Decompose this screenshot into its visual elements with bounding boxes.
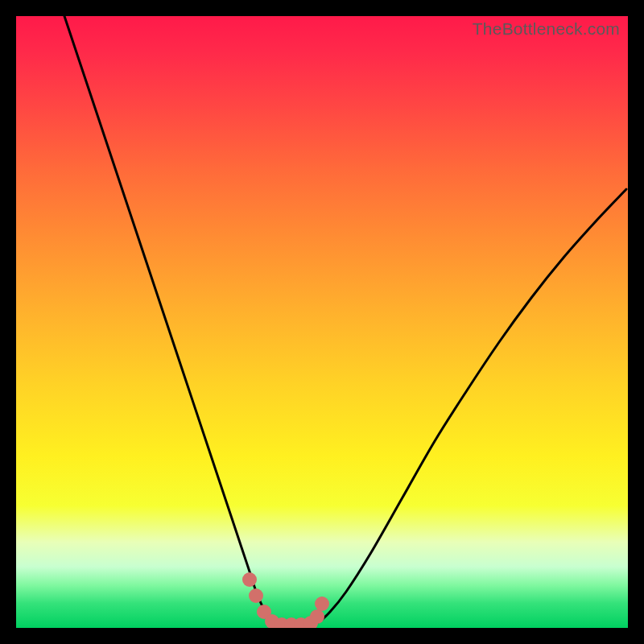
floor-marker-dot [310, 609, 324, 624]
bottleneck-curve-svg [16, 16, 628, 628]
watermark-text: TheBottleneck.com [473, 19, 620, 39]
floor-marker-dot [249, 588, 263, 603]
floor-marker-dot [242, 572, 257, 587]
chart-area: TheBottleneck.com [16, 16, 628, 628]
floor-markers [242, 572, 329, 628]
floor-marker-dot [315, 597, 329, 611]
bottleneck-curve-path [64, 16, 626, 625]
